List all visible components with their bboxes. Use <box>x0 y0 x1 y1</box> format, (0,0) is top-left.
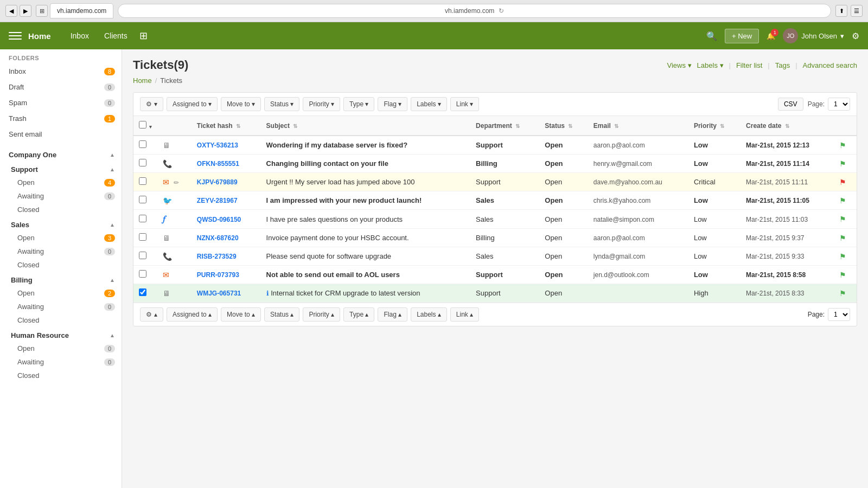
user-menu[interactable]: JO John Olsen ▾ <box>783 28 844 43</box>
ticket-subject[interactable]: Please send quote for software upgrade <box>266 252 392 260</box>
advanced-search-link[interactable]: Advanced search <box>803 61 857 69</box>
ticket-hash[interactable]: OFKN-855551 <box>197 160 239 168</box>
share-button[interactable]: ⬆ <box>835 5 847 17</box>
row-checkbox[interactable] <box>139 159 146 166</box>
active-tab[interactable]: vh.iamdemo.com <box>50 3 113 18</box>
gear-dropdown[interactable]: ⚙ ▾ <box>140 97 163 111</box>
flag-icon[interactable]: ⚑ <box>839 271 846 279</box>
move-to-button[interactable]: Move to ▾ <box>221 97 261 111</box>
th-subject[interactable]: Subject ⇅ <box>261 116 470 136</box>
flag-button[interactable]: Flag ▾ <box>378 97 407 111</box>
priority-button[interactable]: Priority ▾ <box>303 97 340 111</box>
human-resource-group-header[interactable]: Human Resource ▲ <box>0 327 122 342</box>
breadcrumb-home[interactable]: Home <box>133 76 152 85</box>
row-checkbox[interactable] <box>139 177 146 185</box>
settings-icon[interactable]: ⚙ <box>852 31 859 41</box>
bottom-page-select[interactable]: 1 <box>828 308 850 321</box>
sidebar-item-spam[interactable]: Spam 0 <box>0 95 122 111</box>
sales-open-item[interactable]: Open 3 <box>0 231 122 245</box>
row-checkbox[interactable] <box>139 140 146 148</box>
forward-button[interactable]: ▶ <box>20 5 31 17</box>
row-checkbox[interactable] <box>139 252 146 259</box>
bottom-move-to-button[interactable]: Move to ▴ <box>221 307 261 322</box>
clients-nav-link[interactable]: Clients <box>98 28 134 43</box>
views-link[interactable]: Views ▾ <box>667 61 692 69</box>
bottom-type-button[interactable]: Type ▴ <box>343 307 374 322</box>
ticket-hash[interactable]: NZNX-687620 <box>197 234 239 242</box>
select-all-checkbox[interactable] <box>139 121 146 129</box>
sidebar-item-trash[interactable]: Trash 1 <box>0 111 122 126</box>
grid-icon[interactable]: ⊞ <box>136 28 151 43</box>
row-checkbox[interactable] <box>139 233 146 241</box>
ticket-hash[interactable]: PURR-073793 <box>197 271 239 279</box>
bottom-assigned-to-button[interactable]: Assigned to ▴ <box>167 307 218 322</box>
billing-group-header[interactable]: Billing ▲ <box>0 272 122 286</box>
billing-open-item[interactable]: Open 2 <box>0 286 122 300</box>
sidebar-item-inbox[interactable]: Inbox 8 <box>0 63 122 79</box>
flag-icon[interactable]: ⚑ <box>839 178 846 187</box>
support-open-item[interactable]: Open 4 <box>0 176 122 189</box>
ticket-subject[interactable]: Urgent !! My server load has jumped abov… <box>266 178 415 186</box>
sidebar-item-draft[interactable]: Draft 0 <box>0 79 122 95</box>
support-group-header[interactable]: Support ▲ <box>0 161 122 176</box>
back-button[interactable]: ◀ <box>5 5 17 17</box>
ticket-subject[interactable]: I have pre sales questions on your produ… <box>266 215 403 223</box>
inbox-nav-link[interactable]: Inbox <box>64 28 95 43</box>
bottom-priority-button[interactable]: Priority ▴ <box>303 307 340 322</box>
home-nav-link[interactable]: Home <box>28 31 51 41</box>
page-select[interactable]: 1 <box>828 98 850 111</box>
tags-link[interactable]: Tags <box>775 61 790 69</box>
billing-closed-item[interactable]: Closed <box>0 313 122 327</box>
ticket-subject[interactable]: Wondering if my database server is fixed… <box>266 141 408 149</box>
ticket-subject[interactable]: Changing billing contact on your file <box>266 159 388 168</box>
assigned-to-button[interactable]: Assigned to ▾ <box>167 97 218 111</box>
address-bar[interactable]: vh.iamdemo.com ↻ <box>118 4 831 18</box>
status-button[interactable]: Status ▾ <box>264 97 299 111</box>
ticket-hash[interactable]: WMJG-065731 <box>197 290 241 297</box>
bookmark-button[interactable]: ☰ <box>851 5 863 17</box>
ticket-subject[interactable]: Internal ticket for CRM upgrade to lates… <box>271 289 420 297</box>
th-status[interactable]: Status ⇅ <box>539 116 588 136</box>
bottom-labels-button[interactable]: Labels ▴ <box>411 307 447 322</box>
search-icon[interactable]: 🔍 <box>706 31 717 41</box>
row-checkbox[interactable] <box>139 215 146 222</box>
ticket-subject[interactable]: Not able to send out email to AOL users <box>266 271 400 279</box>
link-button[interactable]: Link ▾ <box>450 97 479 111</box>
sales-closed-item[interactable]: Closed <box>0 258 122 272</box>
ticket-hash[interactable]: RISB-273529 <box>197 253 237 260</box>
row-checkbox[interactable] <box>139 270 146 278</box>
support-awaiting-item[interactable]: Awaiting 0 <box>0 189 122 203</box>
support-closed-item[interactable]: Closed <box>0 203 122 216</box>
flag-icon[interactable]: ⚑ <box>839 196 846 205</box>
labels-button[interactable]: Labels ▾ <box>411 97 447 111</box>
bottom-gear-dropdown[interactable]: ⚙ ▴ <box>140 307 163 322</box>
th-department[interactable]: Department ⇅ <box>470 116 539 136</box>
th-priority[interactable]: Priority ⇅ <box>688 116 741 136</box>
ticket-hash[interactable]: KJPV-679889 <box>197 178 238 186</box>
ticket-subject[interactable]: I am impressed with your new product lau… <box>266 196 422 204</box>
csv-button[interactable]: CSV <box>778 98 803 111</box>
sales-awaiting-item[interactable]: Awaiting 0 <box>0 245 122 258</box>
ticket-hash[interactable]: QWSD-096150 <box>197 216 241 223</box>
ticket-hash[interactable]: OXTY-536213 <box>197 142 238 149</box>
hr-awaiting-item[interactable]: Awaiting 0 <box>0 355 122 369</box>
reload-icon[interactable]: ↻ <box>499 7 504 15</box>
sales-group-header[interactable]: Sales ▲ <box>0 216 122 231</box>
bottom-status-button[interactable]: Status ▴ <box>264 307 299 322</box>
company-one-group-header[interactable]: Company One ▲ <box>0 146 122 161</box>
flag-icon[interactable]: ⚑ <box>839 252 846 261</box>
labels-link[interactable]: Labels ▾ <box>697 61 724 69</box>
flag-icon[interactable]: ⚑ <box>839 159 846 168</box>
filter-list-link[interactable]: Filter list <box>736 61 762 69</box>
hr-open-item[interactable]: Open 0 <box>0 342 122 355</box>
th-create-date[interactable]: Create date ⇅ <box>741 116 834 136</box>
ticket-subject[interactable]: Invoice payment done to your HSBC accoun… <box>266 234 409 242</box>
menu-toggle-button[interactable] <box>9 29 22 42</box>
th-email[interactable]: Email ⇅ <box>588 116 688 136</box>
flag-icon[interactable]: ⚑ <box>839 215 846 223</box>
bottom-flag-button[interactable]: Flag ▴ <box>378 307 407 322</box>
flag-icon[interactable]: ⚑ <box>839 141 846 150</box>
bottom-link-button[interactable]: Link ▴ <box>450 307 479 322</box>
flag-icon[interactable]: ⚑ <box>839 289 846 298</box>
new-button[interactable]: + New <box>725 29 759 43</box>
